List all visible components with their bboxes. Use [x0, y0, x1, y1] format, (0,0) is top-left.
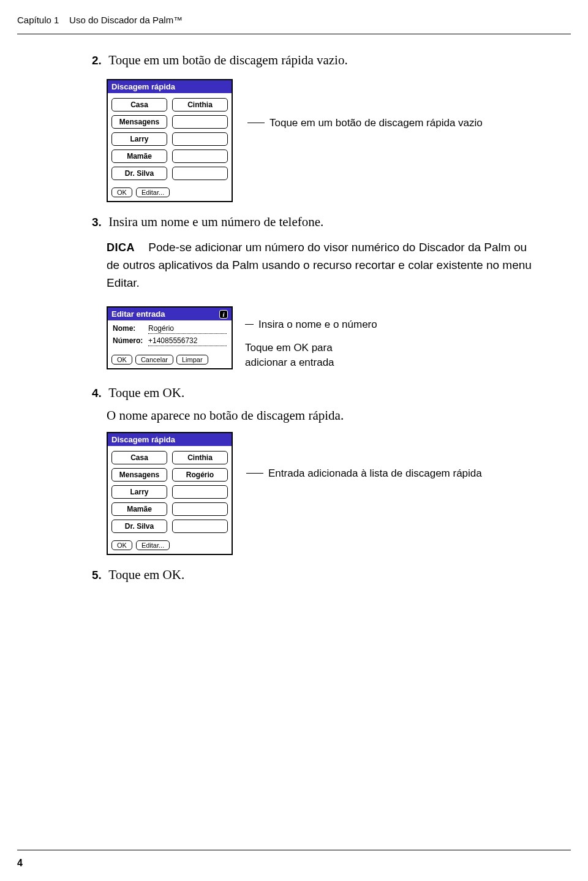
- palm-titlebar: Discagem rápida: [108, 80, 232, 93]
- number-field[interactable]: +14085556732: [148, 336, 227, 346]
- figure-speed-dial-2: Discagem rápida Casa Cinthia Mensagens R…: [107, 432, 551, 555]
- sd-button[interactable]: Dr. Silva: [111, 167, 167, 180]
- sd-button[interactable]: Cinthia: [172, 98, 228, 112]
- sd-button-empty[interactable]: [172, 149, 228, 163]
- step-5: 5. Toque em OK.: [92, 567, 551, 583]
- edit-button[interactable]: Editar...: [136, 540, 170, 550]
- sd-button-empty[interactable]: [172, 167, 228, 180]
- sd-button[interactable]: Casa: [111, 451, 167, 464]
- palm-titlebar: Discagem rápida: [108, 433, 232, 446]
- step-4: 4. Toque em OK.: [92, 385, 551, 401]
- annotation-text: Insira o nome e o número: [258, 317, 377, 332]
- name-label: Nome:: [113, 324, 148, 333]
- name-field[interactable]: Rogério: [148, 324, 227, 334]
- sd-button[interactable]: Cinthia: [172, 451, 228, 464]
- sd-button-empty[interactable]: [172, 502, 228, 516]
- palm-title: Discagem rápida: [111, 435, 175, 444]
- step-text: Toque em um botão de discagem rápida vaz…: [108, 53, 347, 67]
- step-text: Toque em OK.: [108, 385, 184, 400]
- leader-line: [245, 324, 254, 325]
- edit-titlebar: Editar entrada i: [108, 308, 232, 320]
- step-num: 4.: [92, 387, 105, 400]
- step-num: 2.: [92, 54, 105, 67]
- clear-button[interactable]: Limpar: [176, 355, 208, 365]
- sd-button[interactable]: Mamãe: [111, 502, 167, 516]
- figure-speed-dial-1: Discagem rápida Casa Cinthia Mensagens L…: [107, 79, 551, 202]
- step-text: Insira um nome e um número de telefone.: [108, 214, 323, 229]
- leader-line: [247, 123, 265, 123]
- sd-button[interactable]: Larry: [111, 485, 167, 499]
- edit-button[interactable]: Editar...: [136, 187, 170, 197]
- cancel-button[interactable]: Cancelar: [135, 355, 173, 365]
- edit-title: Editar entrada: [111, 309, 165, 319]
- sd-button-empty[interactable]: [172, 115, 228, 129]
- chapter-title: Uso do Discador da Palm™: [69, 15, 183, 25]
- sd-button[interactable]: Mensagens: [111, 115, 167, 129]
- sd-button-empty[interactable]: [172, 132, 228, 146]
- ok-button[interactable]: OK: [111, 540, 132, 550]
- tip-text: Pode-se adicionar um número do visor num…: [107, 241, 532, 289]
- annotation-group: Insira o nome e o número Toque em OK par…: [245, 306, 377, 350]
- sd-button-new[interactable]: Rogério: [172, 468, 228, 482]
- palm-edit-dialog: Editar entrada i Nome: Rogério Número: +…: [107, 306, 233, 369]
- sd-button[interactable]: Dr. Silva: [111, 520, 167, 533]
- name-row: Nome: Rogério: [113, 324, 227, 334]
- annotation-text: Toque em OK para: [245, 341, 334, 355]
- sd-button-empty[interactable]: [172, 520, 228, 533]
- ok-button[interactable]: OK: [111, 187, 132, 197]
- speed-dial-grid: Casa Cinthia Mensagens Larry Mamãe Dr. S…: [111, 98, 228, 180]
- step-3: 3. Insira um nome e um número de telefon…: [92, 214, 551, 230]
- ok-button[interactable]: OK: [111, 355, 132, 365]
- speed-dial-grid: Casa Cinthia Mensagens Rogério Larry Mam…: [111, 451, 228, 533]
- tip-block: DICA Pode-se adicionar um número do viso…: [107, 238, 551, 292]
- page-header: Capítulo 1 Uso do Discador da Palm™: [0, 0, 588, 30]
- number-row: Número: +14085556732: [113, 336, 227, 346]
- tip-label: DICA: [107, 241, 135, 254]
- page-number: 4: [17, 858, 23, 869]
- annotation: Toque em um botão de discagem rápida vaz…: [247, 113, 483, 133]
- step-num: 3.: [92, 216, 105, 229]
- sd-button[interactable]: Casa: [111, 98, 167, 112]
- palm-title: Discagem rápida: [111, 82, 175, 91]
- figure-edit-entry: Editar entrada i Nome: Rogério Número: +…: [107, 306, 551, 369]
- number-label: Número:: [113, 336, 148, 345]
- leader-line: [246, 473, 263, 474]
- palm-speed-dial: Discagem rápida Casa Cinthia Mensagens L…: [107, 79, 233, 202]
- step-4-body: O nome aparece no botão de discagem rápi…: [107, 408, 551, 423]
- step-num: 5.: [92, 569, 105, 582]
- palm-speed-dial: Discagem rápida Casa Cinthia Mensagens R…: [107, 432, 233, 555]
- annotation-text: Entrada adicionada à lista de discagem r…: [268, 466, 482, 481]
- info-icon[interactable]: i: [219, 310, 228, 319]
- annotation-text: Toque em um botão de discagem rápida vaz…: [270, 116, 483, 130]
- annotation-text: adicionar a entrada: [245, 355, 334, 370]
- chapter-label: Capítulo 1: [17, 15, 59, 25]
- sd-button-empty[interactable]: [172, 485, 228, 499]
- sd-button[interactable]: Larry: [111, 132, 167, 146]
- annotation: Entrada adicionada à lista de discagem r…: [246, 432, 482, 481]
- sd-button[interactable]: Mamãe: [111, 149, 167, 163]
- footer-rule: [17, 850, 571, 850]
- step-2: 2. Toque em um botão de discagem rápida …: [92, 53, 551, 68]
- sd-button[interactable]: Mensagens: [111, 468, 167, 482]
- step-text: Toque em OK.: [108, 567, 184, 582]
